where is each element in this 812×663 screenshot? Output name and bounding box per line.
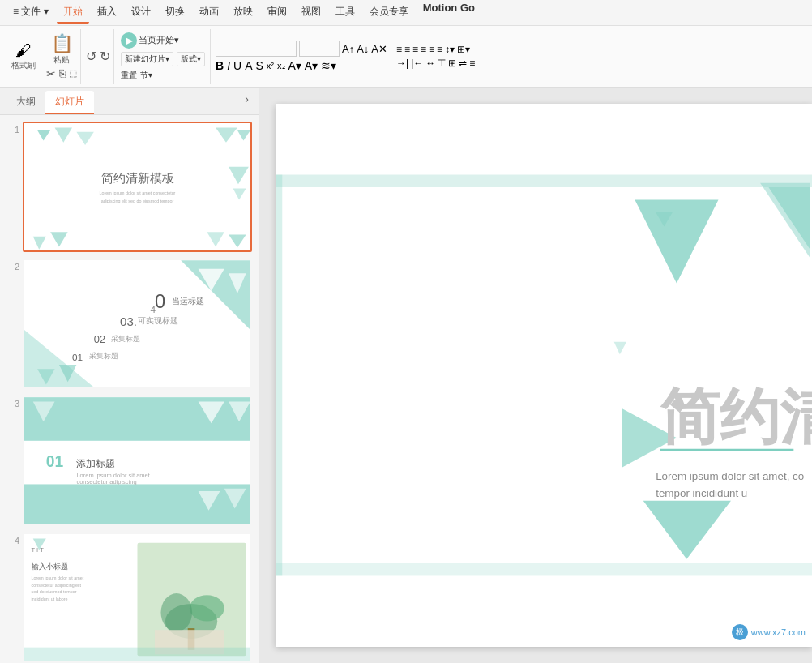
format-group: 🖌 格式刷 [6, 29, 41, 84]
slide-thumb-1[interactable]: 简约清新模板 Lorem ipsum dolor sit amet consec… [23, 122, 252, 252]
list-bullet-btn[interactable]: ≡ [396, 44, 402, 55]
slide4-thumb-svg: T I T 输入小标题 Lorem ipsum dolor sit amet c… [24, 534, 250, 661]
menu-item-insert[interactable]: 插入 [91, 2, 123, 24]
svg-marker-10 [233, 189, 246, 200]
svg-text:incididunt ut labore: incididunt ut labore [32, 597, 68, 601]
reset-label[interactable]: 重置 [121, 70, 137, 81]
highlight-color-btn[interactable]: A▾ [305, 59, 318, 72]
increase-indent-btn[interactable]: →| [396, 58, 408, 69]
slide-number-4: 4 [6, 536, 19, 545]
slide-item-1[interactable]: 1 [6, 122, 252, 252]
play-icon: ▶ [121, 32, 137, 49]
svg-text:输入小标题: 输入小标题 [32, 562, 68, 571]
copy-btn[interactable]: ⎘ [59, 67, 66, 79]
svg-text:02: 02 [94, 333, 105, 345]
strikethrough-btn[interactable]: S [255, 59, 263, 72]
menu-item-slideshow[interactable]: 放映 [227, 2, 259, 24]
text-align-vert-btn[interactable]: ⊤ [438, 58, 446, 69]
svg-text:4: 4 [151, 303, 156, 314]
font-group: A↑ A↓ A✕ B I U A S x² x₂ A▾ A▾ ≋▾ [212, 29, 391, 84]
main-slide-svg: 简约清 Lorem ipsum dolor sit amet, co tempo… [276, 104, 812, 647]
current-page-start-btn[interactable]: ▶ 当页开始▾ [121, 32, 205, 49]
svg-marker-8 [229, 234, 246, 247]
format-brush-btn[interactable]: 🖌 格式刷 [11, 41, 36, 71]
svg-text:adipiscing elit sed do eiusmod: adipiscing elit sed do eiusmod tempor [101, 199, 174, 203]
align-right-btn[interactable]: ≡ [429, 44, 434, 55]
menu-item-view[interactable]: 视图 [295, 2, 327, 24]
slide-item-2[interactable]: 2 0 当运标题 03. [6, 259, 252, 389]
list-number-btn[interactable]: ≡ [404, 44, 410, 55]
new-slide-btn[interactable]: 新建幻灯片▾ [121, 52, 173, 66]
paste-icon: 📋 [51, 33, 73, 54]
svg-text:简约清新模板: 简约清新模板 [101, 172, 174, 185]
slide3-thumb-svg: 01 添加标题 Lorem ipsum dolor sit amet conse… [24, 397, 250, 524]
bold-btn[interactable]: B [216, 59, 224, 72]
smartart-btn[interactable]: ⊞ [448, 58, 456, 69]
paste-special-btn[interactable]: ⬚ [69, 68, 77, 79]
decrease-indent-btn[interactable]: |← [411, 58, 423, 69]
convert-list-btn[interactable]: ⇌ [459, 58, 467, 69]
svg-text:01: 01 [46, 453, 64, 470]
align-justify-btn[interactable]: ≡ [437, 44, 442, 55]
underline-btn[interactable]: U [233, 59, 241, 72]
clear-format-btn[interactable]: A✕ [371, 43, 387, 55]
italic-btn[interactable]: I [227, 59, 230, 72]
menu-item-review[interactable]: 审阅 [261, 2, 293, 24]
svg-text:采集标题: 采集标题 [111, 335, 140, 343]
text-dir-btn[interactable]: ↔ [425, 58, 435, 69]
slide-item-4[interactable]: 4 T I T 输入小标题 Lorem ipsum dolor sit amet… [6, 533, 252, 663]
watermark-logo: 极 [732, 624, 748, 640]
font-color-btn[interactable]: A▾ [288, 59, 301, 72]
tab-slides[interactable]: 幻灯片 [45, 91, 94, 114]
svg-text:可实现标题: 可实现标题 [138, 316, 178, 325]
font-family-select[interactable] [216, 41, 297, 57]
align-left-btn[interactable]: ≡ [412, 44, 418, 55]
slide-thumb-2[interactable]: 0 当运标题 03. 可实现标题 4 02 采集标题 01 采集标题 [23, 259, 252, 389]
slide-panel: 大纲 幻灯片 › 1 [0, 88, 259, 663]
font-size-up-btn[interactable]: A↑ [342, 43, 354, 55]
menu-item-vip[interactable]: 会员专享 [363, 2, 415, 24]
slide2-thumb-svg: 0 当运标题 03. 可实现标题 4 02 采集标题 01 采集标题 [24, 260, 250, 387]
font-size-select[interactable] [299, 41, 340, 57]
svg-text:Lorem ipsum dolor sit amet con: Lorem ipsum dolor sit amet consectetur [100, 190, 176, 195]
svg-text:Lorem ipsum dolor sit amet, co: Lorem ipsum dolor sit amet, co [656, 470, 804, 482]
paste-btn[interactable]: 📋 粘贴 [51, 33, 73, 66]
undo-btn[interactable]: ↺ [86, 49, 96, 64]
tab-outline[interactable]: 大纲 [6, 91, 45, 114]
menu-item-design[interactable]: 设计 [125, 2, 157, 24]
redo-btn[interactable]: ↻ [100, 49, 110, 64]
subscript-btn[interactable]: x₂ [277, 61, 285, 71]
menu-item-hamburger[interactable]: ≡ 文件 ▾ [6, 2, 55, 24]
section-btn[interactable]: 节▾ [140, 70, 152, 81]
font-size-down-btn[interactable]: A↓ [357, 43, 369, 55]
slide-thumb-3[interactable]: 01 添加标题 Lorem ipsum dolor sit amet conse… [23, 396, 252, 526]
svg-marker-3 [216, 127, 237, 142]
menu-item-start[interactable]: 开始 [57, 2, 89, 24]
slide-list: 1 [0, 115, 259, 663]
menu-item-tools[interactable]: 工具 [329, 2, 361, 24]
menu-item-transition[interactable]: 切换 [159, 2, 191, 24]
svg-rect-58 [276, 563, 812, 575]
svg-marker-2 [76, 132, 93, 145]
para-spacing-btn[interactable]: ≡ [469, 58, 475, 69]
svg-text:tempor incididunt u: tempor incididunt u [656, 487, 747, 499]
svg-marker-6 [50, 232, 67, 246]
columns-btn[interactable]: ⊞▾ [457, 44, 470, 55]
char-spacing-btn[interactable]: ≋▾ [321, 59, 336, 72]
motion-go-label[interactable]: Motion Go [417, 2, 481, 24]
superscript-btn[interactable]: x² [267, 61, 274, 71]
shadow-btn[interactable]: A [245, 59, 252, 72]
cut-btn[interactable]: ✂ [46, 67, 56, 80]
align-center-btn[interactable]: ≡ [421, 44, 426, 55]
collapse-panel-btn[interactable]: › [241, 91, 252, 114]
line-spacing-btn[interactable]: ↕▾ [445, 44, 455, 55]
paste-group: 📋 粘贴 ✂ ⎘ ⬚ [43, 29, 81, 84]
svg-text:01: 01 [72, 351, 83, 362]
menu-item-animation[interactable]: 动画 [193, 2, 225, 24]
svg-point-48 [190, 595, 224, 621]
svg-point-49 [160, 593, 192, 631]
slide-thumb-4[interactable]: T I T 输入小标题 Lorem ipsum dolor sit amet c… [23, 533, 252, 663]
slide-item-3[interactable]: 3 01 [6, 396, 252, 526]
slide-number-2: 2 [6, 262, 19, 272]
layout-btn[interactable]: 版式▾ [177, 52, 205, 66]
